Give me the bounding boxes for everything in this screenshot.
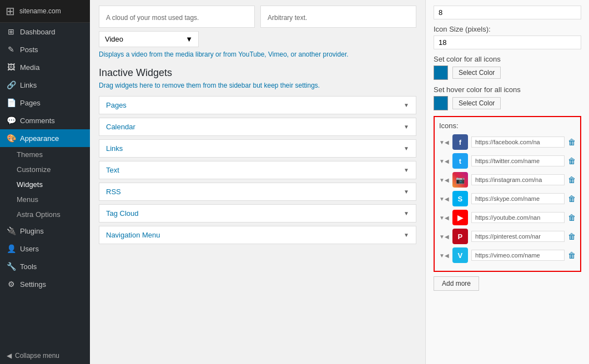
appearance-icon: 🎨	[7, 134, 16, 143]
posts-label: Posts	[20, 46, 38, 54]
collapse-label: Collapse menu	[15, 352, 59, 360]
astra-label: Astra Options	[17, 210, 61, 219]
widget-nav-menu[interactable]: Navigation Menu ▼	[99, 226, 416, 244]
drag-instagram-icon[interactable]: ▼◀	[439, 177, 449, 183]
color-swatch[interactable]	[434, 65, 448, 80]
sidebar-item-settings[interactable]: ⚙ Settings	[0, 275, 90, 293]
posts-icon: ✎	[7, 45, 16, 54]
youtube-url-input[interactable]	[471, 212, 565, 223]
comments-label: Comments	[20, 117, 55, 125]
sidebar-item-tools[interactable]: 🔧 Tools	[0, 257, 90, 275]
set-hover-row: Select Color	[434, 96, 581, 110]
tools-label: Tools	[20, 262, 37, 271]
widget-links[interactable]: Links ▼	[99, 139, 416, 158]
rss-chevron-icon: ▼	[404, 189, 409, 195]
tag-cloud-widget: A cloud of your most used tags.	[99, 6, 255, 28]
sidebar-sub-astra[interactable]: Astra Options	[0, 207, 90, 222]
media-icon: 🖼	[7, 63, 16, 72]
video-dropdown[interactable]: Video ▼	[99, 31, 199, 47]
main-area: A cloud of your most used tags. Arbitrar…	[90, 0, 589, 364]
select-color-button[interactable]: Select Color	[452, 67, 501, 79]
icon-row-youtube: ▼◀ ▶ 🗑	[439, 210, 576, 225]
users-icon: 👤	[7, 244, 16, 253]
sidebar-sub-menus[interactable]: Menus	[0, 192, 90, 207]
twitter-icon: t	[452, 153, 468, 169]
delete-skype-icon[interactable]: 🗑	[568, 194, 576, 203]
sidebar-item-dashboard[interactable]: ⊞ Dashboard	[0, 23, 90, 41]
icon-row-instagram: ▼◀ 📷 🗑	[439, 172, 576, 188]
tag-cloud-desc: A cloud of your most used tags.	[106, 14, 248, 22]
widget-tag-cloud[interactable]: Tag Cloud ▼	[99, 204, 416, 223]
sidebar-item-links[interactable]: 🔗 Links	[0, 76, 90, 94]
delete-twitter-icon[interactable]: 🗑	[568, 156, 576, 165]
youtube-icon: ▶	[452, 210, 468, 225]
widget-text[interactable]: Text ▼	[99, 161, 416, 179]
set-color-label: Set color for all icons	[434, 55, 581, 63]
instagram-url-input[interactable]	[471, 174, 565, 185]
set-hover-label: Set hover color for all icons	[434, 85, 581, 94]
number-field-group	[434, 6, 581, 19]
sidebar-item-plugins[interactable]: 🔌 Plugins	[0, 222, 90, 240]
widget-text-label: Text	[106, 166, 119, 174]
drag-vimeo-icon[interactable]: ▼◀	[439, 252, 449, 259]
vimeo-url-input[interactable]	[471, 250, 565, 261]
video-chevron-icon: ▼	[185, 35, 193, 43]
comments-icon: 💬	[7, 116, 16, 125]
menus-label: Menus	[17, 195, 38, 204]
widget-calendar-label: Calendar	[106, 123, 135, 131]
add-more-button[interactable]: Add more	[434, 276, 479, 291]
sidebar-item-pages[interactable]: 📄 Pages	[0, 94, 90, 112]
delete-facebook-icon[interactable]: 🗑	[568, 138, 576, 146]
text-chevron-icon: ▼	[404, 167, 409, 173]
facebook-icon: f	[452, 134, 468, 150]
sidebar-sub-themes[interactable]: Themes	[0, 147, 90, 162]
delete-instagram-icon[interactable]: 🗑	[568, 175, 576, 184]
widget-rss[interactable]: RSS ▼	[99, 183, 416, 201]
drag-twitter-icon[interactable]: ▼◀	[439, 158, 449, 164]
instagram-icon: 📷	[452, 172, 468, 188]
sidebar-item-posts[interactable]: ✎ Posts	[0, 41, 90, 58]
themes-label: Themes	[17, 150, 43, 159]
widget-nav-menu-label: Navigation Menu	[106, 231, 160, 239]
collapse-menu[interactable]: ◀ Collapse menu	[0, 347, 90, 364]
sidebar-item-comments[interactable]: 💬 Comments	[0, 112, 90, 129]
delete-vimeo-icon[interactable]: 🗑	[568, 251, 576, 260]
widget-rss-label: RSS	[106, 188, 121, 196]
facebook-url-input[interactable]	[471, 136, 565, 148]
delete-pinterest-icon[interactable]: 🗑	[568, 232, 576, 241]
delete-youtube-icon[interactable]: 🗑	[568, 213, 576, 222]
video-description: Displays a video from the media library …	[99, 49, 416, 59]
icon-size-input[interactable]	[434, 36, 581, 49]
widget-calendar[interactable]: Calendar ▼	[99, 118, 416, 136]
sidebar-item-users[interactable]: 👤 Users	[0, 240, 90, 257]
pinterest-url-input[interactable]	[471, 231, 565, 242]
widget-tag-cloud-label: Tag Cloud	[106, 209, 139, 218]
widget-pages[interactable]: Pages ▼	[99, 96, 416, 114]
icon-row-twitter: ▼◀ t 🗑	[439, 153, 576, 169]
sidebar-sub-customize[interactable]: Customize	[0, 162, 90, 177]
sidebar-header: ⊞ sitename.com	[0, 0, 90, 23]
settings-label: Settings	[20, 280, 46, 289]
top-widget-row: A cloud of your most used tags. Arbitrar…	[99, 6, 416, 28]
select-hover-color-button[interactable]: Select Color	[452, 97, 501, 109]
twitter-url-input[interactable]	[471, 155, 565, 166]
wp-logo-icon: ⊞	[6, 4, 15, 18]
drag-facebook-icon[interactable]: ▼◀	[439, 139, 449, 145]
icon-size-label: Icon Size (pixels):	[434, 25, 581, 33]
pages-chevron-icon: ▼	[404, 102, 409, 108]
number-input[interactable]	[434, 6, 581, 19]
set-color-row: Select Color	[434, 65, 581, 80]
drag-pinterest-icon[interactable]: ▼◀	[439, 234, 449, 240]
widget-pages-label: Pages	[106, 101, 127, 109]
sidebar-item-media[interactable]: 🖼 Media	[0, 58, 90, 76]
drag-youtube-icon[interactable]: ▼◀	[439, 215, 449, 221]
drag-skype-icon[interactable]: ▼◀	[439, 196, 449, 202]
hover-color-swatch[interactable]	[434, 96, 448, 110]
skype-url-input[interactable]	[471, 193, 565, 204]
sidebar-item-appearance[interactable]: 🎨 Appearance	[0, 129, 90, 147]
arbitrary-text-widget: Arbitrary text.	[260, 6, 416, 28]
links-icon: 🔗	[7, 80, 16, 89]
sidebar-sub-widgets[interactable]: Widgets	[0, 177, 90, 192]
pinterest-icon: P	[452, 229, 468, 244]
widgets-label: Widgets	[17, 180, 43, 189]
